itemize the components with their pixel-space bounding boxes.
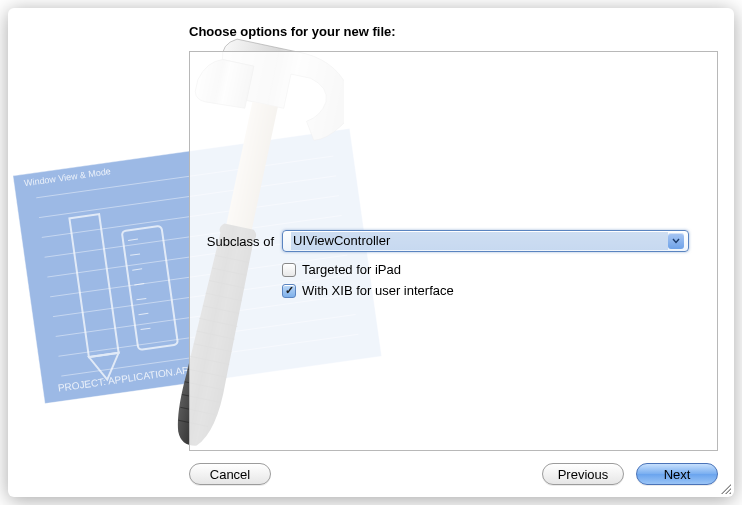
targeted-ipad-row[interactable]: Targeted for iPad (282, 262, 689, 277)
button-bar: Cancel Previous Next (189, 463, 718, 485)
subclass-row: Subclass of UIViewController (196, 230, 689, 252)
subclass-label: Subclass of (196, 234, 274, 249)
with-xib-checkbox[interactable] (282, 284, 296, 298)
targeted-ipad-checkbox[interactable] (282, 263, 296, 277)
subclass-combobox[interactable]: UIViewController (282, 230, 689, 252)
with-xib-row[interactable]: With XIB for user interface (282, 283, 689, 298)
svg-line-45 (730, 493, 731, 494)
sidebar-illustration: PROJECT: APPLICATION.APP Window View & M… (24, 51, 189, 451)
next-button[interactable]: Next (636, 463, 718, 485)
cancel-button[interactable]: Cancel (189, 463, 271, 485)
with-xib-label: With XIB for user interface (302, 283, 454, 298)
resize-grip-icon[interactable] (718, 481, 732, 495)
form-area: Subclass of UIViewController Targeted fo… (190, 230, 689, 304)
new-file-options-dialog: Choose options for your new file: (8, 8, 734, 497)
content-row: PROJECT: APPLICATION.APP Window View & M… (24, 51, 718, 451)
targeted-ipad-label: Targeted for iPad (302, 262, 401, 277)
previous-button[interactable]: Previous (542, 463, 624, 485)
subclass-value: UIViewController (291, 232, 668, 250)
chevron-down-icon (668, 233, 684, 249)
options-panel: Subclass of UIViewController Targeted fo… (189, 51, 718, 451)
